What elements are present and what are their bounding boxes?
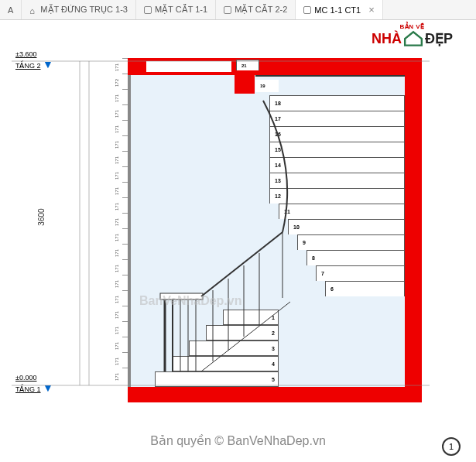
tab-label: MẶT ĐỨNG TRỤC 1-3	[40, 5, 128, 15]
tab-bar: A ⌂ MẶT ĐỨNG TRỤC 1-3 MẶT CẮT 1-1 MẶT CẮ…	[0, 0, 476, 20]
section-icon	[144, 6, 152, 14]
tab-label: MẶT CẮT 2-2	[235, 5, 287, 15]
level-lines	[12, 58, 430, 402]
tab-mc-11-ct1[interactable]: MC 1-1 CT1 ×	[296, 0, 383, 19]
logo-left: NHÀ	[372, 31, 402, 47]
logo: BẢN VẼ NHÀ ĐẸP	[372, 23, 453, 47]
home-icon: ⌂	[29, 6, 37, 14]
tab-elevation[interactable]: ⌂ MẶT ĐỨNG TRỤC 1-3	[22, 0, 136, 19]
section-icon	[303, 6, 311, 14]
tab-section-22[interactable]: MẶT CẮT 2-2	[216, 0, 296, 19]
logo-top: BẢN VẼ	[372, 23, 453, 30]
house-icon	[403, 30, 423, 47]
logo-right: ĐẸP	[425, 30, 453, 47]
tab-label: MẶT CẮT 1-1	[155, 5, 207, 15]
level-elevation: ±3.600	[15, 50, 53, 58]
tab-section-11[interactable]: MẶT CẮT 1-1	[136, 0, 216, 19]
section-icon	[224, 6, 231, 14]
close-icon[interactable]: ×	[368, 4, 375, 15]
drawing-viewport: ±3.600 TẦNG 2 ▼ ±0.000 TẦNG 1 ▼ 3600 171…	[46, 58, 426, 406]
tab-label: MC 1-1 CT1	[314, 5, 361, 15]
copyright: Bản quyền © BanVeNhaDep.vn	[0, 433, 476, 448]
tab-label: A	[8, 5, 13, 15]
tab-a[interactable]: A	[0, 0, 22, 19]
